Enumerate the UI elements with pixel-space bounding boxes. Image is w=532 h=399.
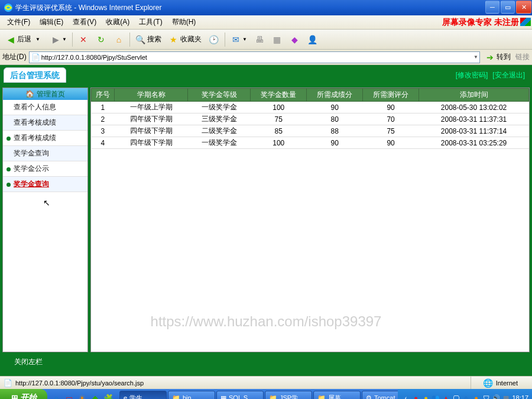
back-button[interactable]: ◀ 后退 ▼ [2, 32, 46, 47]
table-cell: 3 [92, 125, 115, 137]
messenger-icon: 👤 [307, 34, 318, 45]
sidebar-item[interactable]: 奖学金查询 [3, 177, 87, 192]
collapse-sidebar-link[interactable]: 关闭左栏 [0, 355, 532, 369]
window-minimize-button[interactable]: ─ [485, 1, 499, 14]
tray-icon[interactable]: ● [411, 394, 420, 399]
menu-bar: 文件(F) 编辑(E) 查看(V) 收藏(A) 工具(T) 帮助(H) 屏幕录像… [0, 15, 532, 30]
task-icon: ▦ [220, 394, 226, 400]
table-cell: 90 [307, 137, 363, 149]
address-input[interactable] [41, 53, 473, 62]
taskbar: ⊞ 开始 e ▭ ☀ ◆ 🧩 e学生...📁bin▦SQL S...📁JSP学.… [0, 389, 532, 399]
misc-button[interactable]: ◆ [287, 32, 303, 47]
task-label: Tomcat [374, 394, 395, 399]
tray-icon[interactable]: ● [421, 394, 430, 399]
table-header: 序号 [92, 89, 115, 102]
table-cell: 90 [363, 137, 419, 149]
history-button[interactable]: 🕑 [206, 32, 222, 47]
tray-icon[interactable]: ● [472, 394, 480, 399]
windows-flag-icon [520, 18, 531, 26]
sidebar-item[interactable]: 奖学金公示 [3, 161, 87, 177]
task-icon: 📁 [269, 394, 277, 400]
tray-icon[interactable]: 🖵 [452, 394, 460, 399]
forward-button[interactable]: ▶▼ [47, 32, 70, 47]
ql-icon[interactable]: ☀ [77, 392, 87, 399]
show-desktop-icon[interactable]: ▭ [64, 392, 74, 399]
sidebar-item[interactable]: 查看考核成绩 [3, 115, 87, 131]
menu-edit[interactable]: 编辑(E) [35, 16, 68, 28]
table-cell: 90 [363, 102, 419, 113]
task-button[interactable]: ▦SQL S... [216, 391, 264, 399]
tray-icon[interactable]: 🛡 [482, 394, 490, 399]
sidebar: 🏠 管理首页 查看个人信息查看考核成绩查看考核成绩奖学金查询奖学金公示奖学金查询… [2, 87, 88, 352]
table-cell: 1 [92, 102, 115, 113]
mouse-cursor-icon: ↖ [43, 198, 50, 207]
menu-help[interactable]: 帮助(H) [167, 16, 201, 28]
print-button[interactable]: 🖶 [251, 32, 268, 47]
ie-quick-icon[interactable]: e [51, 392, 61, 399]
ql-icon[interactable]: ◆ [90, 392, 100, 399]
sidebar-header[interactable]: 🏠 管理首页 [3, 88, 87, 100]
sidebar-item-label: 奖学金查询 [14, 148, 49, 158]
mail-button[interactable]: ✉▼ [228, 32, 250, 47]
dropdown-icon[interactable]: ▼ [473, 54, 478, 60]
menu-file[interactable]: 文件(F) [2, 16, 35, 28]
sidebar-item-label: 奖学金公示 [14, 164, 49, 174]
table-cell: 三级奖学金 [188, 113, 251, 125]
refresh-button[interactable]: ↻ [93, 32, 109, 47]
tray-collapse-icon[interactable]: ‹ [401, 394, 410, 399]
page-icon: 📄 [2, 378, 13, 388]
task-button[interactable]: e学生... [119, 391, 167, 399]
sidebar-item[interactable]: 奖学金查询 [3, 146, 87, 161]
task-button[interactable]: ⚙Tomcat [362, 391, 398, 399]
change-password-link[interactable]: [修改密码] [456, 70, 488, 80]
sidebar-item-label: 奖学金查询 [14, 179, 49, 189]
window-maximize-button[interactable]: ▭ [501, 1, 515, 14]
unregistered-banner: 屏幕录像专家 未注册 [442, 17, 519, 28]
logout-link[interactable]: [安全退出] [492, 70, 525, 80]
scholarship-table: 序号学期名称奖学金等级奖学金数量所需成绩分所需测评分添加时间 1一年级上学期一级… [91, 88, 529, 149]
links-label[interactable]: 链接 [515, 52, 530, 62]
ql-icon[interactable]: 🧩 [103, 392, 113, 399]
home-button[interactable]: ⌂ [111, 32, 127, 47]
sidebar-item[interactable]: 查看个人信息 [3, 100, 87, 115]
table-cell: 85 [251, 125, 307, 137]
messenger-button[interactable]: 👤 [304, 32, 321, 47]
address-input-wrap[interactable]: 📄 ▼ [29, 51, 480, 63]
tray-icon[interactable]: 🔊 [492, 394, 500, 399]
tray-icon[interactable]: 👥 [432, 394, 440, 399]
search-button[interactable]: 🔍搜索 [132, 32, 164, 47]
table-cell: 四年级下学期 [114, 125, 188, 137]
task-button[interactable]: 📁屏幕... [313, 391, 361, 399]
task-button[interactable]: 📁JSP学... [265, 391, 312, 399]
favorites-button[interactable]: ★收藏夹 [166, 32, 205, 47]
sidebar-item[interactable]: 查看考核成绩 [3, 131, 87, 146]
task-icon: ⚙ [366, 394, 372, 400]
table-cell: 2 [92, 113, 115, 125]
sidebar-item-label: 查看个人信息 [14, 102, 56, 112]
clock[interactable]: 18:17 [512, 394, 528, 399]
forward-arrow-icon: ▶ [50, 34, 61, 45]
go-button[interactable]: ➔转到 [482, 52, 513, 63]
window-close-button[interactable]: ✕ [516, 1, 531, 14]
table-header: 奖学金数量 [251, 89, 307, 102]
table-row: 1一年级上学期一级奖学金10090902008-05-30 13:02:02 [92, 102, 529, 113]
start-button[interactable]: ⊞ 开始 [0, 389, 47, 399]
tray-icon[interactable]: ◆ [462, 394, 470, 399]
menu-view[interactable]: 查看(V) [68, 16, 101, 28]
tray-icon[interactable]: ▦ [502, 394, 510, 399]
stop-button[interactable]: ✕ [75, 32, 92, 47]
bullet-icon [7, 183, 11, 187]
address-label: 地址(D) [2, 52, 27, 62]
table-cell: 一级奖学金 [188, 137, 251, 149]
menu-favorites[interactable]: 收藏(A) [101, 16, 134, 28]
task-button[interactable]: 📁bin [168, 391, 215, 399]
bullet-icon [7, 137, 11, 141]
table-row: 4四年级下学期一级奖学金10090902008-03-31 03:25:29 [92, 137, 529, 149]
tray-icon[interactable]: ▲ [442, 394, 450, 399]
menu-tools[interactable]: 工具(T) [134, 16, 167, 28]
edit-button[interactable]: ▦ [269, 32, 286, 47]
globe-icon: 🌐 [483, 378, 494, 388]
table-cell: 90 [307, 102, 363, 113]
table-cell: 2008-05-30 13:02:02 [419, 102, 529, 113]
refresh-icon: ↻ [96, 34, 106, 45]
